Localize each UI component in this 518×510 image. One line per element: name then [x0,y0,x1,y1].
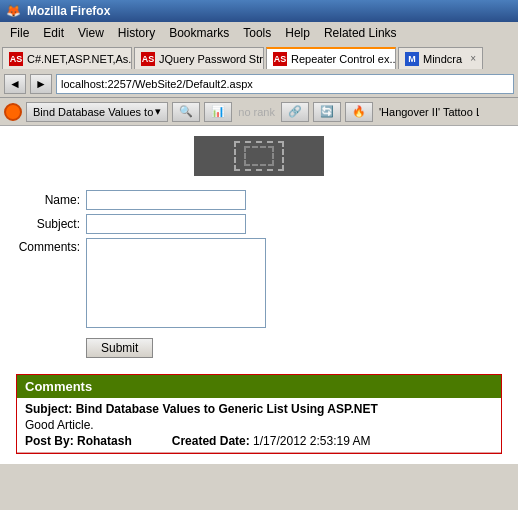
tab-2-label: JQuery Password Str... [159,53,264,65]
post-by-prefix: Post By: [25,434,74,448]
created-date-value: 1/17/2012 2:53:19 AM [253,434,370,448]
window-title: Mozilla Firefox [27,4,110,18]
tab-3-favicon: AS [273,52,287,66]
toolbar-link-btn[interactable]: 🔗 [281,102,309,122]
toolbar-bind-btn[interactable]: Bind Database Values to ▾ [26,102,168,122]
tab-2[interactable]: AS JQuery Password Str... × [134,47,264,69]
menu-bar: File Edit View History Bookmarks Tools H… [0,22,518,44]
tab-3[interactable]: AS Repeater Control ex... × [266,47,396,69]
post-by-name: Rohatash [77,434,132,448]
tab-4[interactable]: M Mindcra × [398,47,483,69]
menu-related-links[interactable]: Related Links [318,24,403,42]
toolbar-chart-btn[interactable]: 📊 [204,102,232,122]
loading-area [194,136,324,176]
tab-3-label: Repeater Control ex... [291,53,396,65]
menu-view[interactable]: View [72,24,110,42]
toolbar: Bind Database Values to ▾ 🔍 📊 no rank 🔗 … [0,98,518,126]
toolbar-fire-btn[interactable]: 🔥 [345,102,373,122]
page-area: Name: Subject: Comments: Submit Comments… [0,126,518,464]
tab-4-label: Mindcra [423,53,462,65]
menu-file[interactable]: File [4,24,35,42]
tab-4-close[interactable]: × [470,53,476,64]
loading-inner [244,146,274,166]
subject-input[interactable] [86,214,246,234]
comments-textarea[interactable] [86,238,266,328]
subject-label: Subject: [16,217,86,231]
tab-4-favicon: M [405,52,419,66]
subject-row: Subject: [16,214,502,234]
menu-tools[interactable]: Tools [237,24,277,42]
toolbar-logo [4,103,22,121]
toolbar-bind-label: Bind Database Values to [33,106,153,118]
created-date: Created Date: 1/17/2012 2:53:19 AM [172,434,371,448]
comments-section: Comments Subject: Bind Database Values t… [16,374,502,454]
toolbar-refresh-btn[interactable]: 🔄 [313,102,341,122]
created-prefix: Created Date: [172,434,250,448]
name-label: Name: [16,193,86,207]
comment-item: Subject: Bind Database Values to Generic… [17,398,501,453]
subject-text: Bind Database Values to Generic List Usi… [76,402,378,416]
menu-bookmarks[interactable]: Bookmarks [163,24,235,42]
back-button[interactable]: ◄ [4,74,26,94]
comments-row: Comments: [16,238,502,328]
tab-1[interactable]: AS C#.NET,ASP.NET,As... × [2,47,132,69]
name-row: Name: [16,190,502,210]
tab-2-favicon: AS [141,52,155,66]
loading-dashed [234,141,284,171]
submit-button[interactable]: Submit [86,338,153,358]
tab-1-label: C#.NET,ASP.NET,As... [27,53,132,65]
comment-footer: Post By: Rohatash Created Date: 1/17/201… [25,434,493,448]
title-bar: 🦊 Mozilla Firefox [0,0,518,22]
toolbar-rank: no rank [238,106,275,118]
menu-history[interactable]: History [112,24,161,42]
address-input[interactable] [56,74,514,94]
forward-button[interactable]: ► [30,74,52,94]
firefox-icon: 🦊 [6,4,21,18]
tab-1-favicon: AS [9,52,23,66]
toolbar-news-label: 'Hangover II' Tattoo Lawsu... [379,106,479,118]
tab-bar: AS C#.NET,ASP.NET,As... × AS JQuery Pass… [0,44,518,70]
form-table: Name: Subject: Comments: [16,190,502,328]
subject-prefix: Subject: [25,402,72,416]
post-by: Post By: Rohatash [25,434,132,448]
comment-subject: Subject: Bind Database Values to Generic… [25,402,493,416]
comments-header: Comments [17,375,501,398]
comment-body: Good Article. [25,418,493,432]
chevron-down-icon: ▾ [155,105,161,118]
comments-label: Comments: [16,238,86,254]
menu-edit[interactable]: Edit [37,24,70,42]
menu-help[interactable]: Help [279,24,316,42]
submit-row: Submit [16,338,502,370]
address-bar: ◄ ► [0,70,518,98]
name-input[interactable] [86,190,246,210]
toolbar-search-btn[interactable]: 🔍 [172,102,200,122]
